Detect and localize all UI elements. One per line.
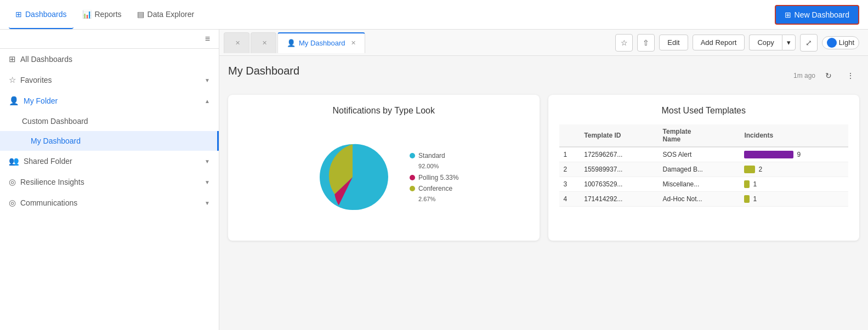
cell-incidents: 1 [740,177,848,192]
sidebar-collapse-icon[interactable]: ≡ [205,34,210,44]
table-row: 4 171414292... Ad-Hoc Not... 1 [559,192,849,207]
tab-my-dashboard-label: My Dashboard [299,39,345,47]
new-dashboard-button[interactable]: ⊞ New Dashboard [775,5,859,25]
share-button[interactable]: ⇧ [637,34,655,52]
legend-label-polling: Polling 5.33% [418,174,458,181]
pie-legend: Standard 92.00% Polling 5.33% Conference [410,152,458,202]
col-template-name: TemplateName [659,124,740,147]
legend-item-conference: Conference [410,185,458,192]
cell-num: 3 [559,177,580,192]
refresh-icon: ↻ [825,71,832,80]
pie-container: Standard 92.00% Polling 5.33% Conference [239,124,529,230]
dashboards-icon: ⊞ [15,10,22,19]
copy-button[interactable]: Copy [749,35,781,50]
copy-label: Copy [757,38,774,47]
expand-button[interactable]: ⤢ [800,34,818,52]
legend-dot-standard [410,153,415,158]
communications-icon: ◎ [9,198,16,208]
sidebar-item-favorites[interactable]: ☆ Favorites ▼ [0,70,219,90]
widget-grid: Notifications by Type Look [228,95,859,241]
col-incidents: Incidents [740,124,848,147]
nav-data-explorer[interactable]: ▤ Data Explorer [131,0,201,29]
cell-template-name: Miscellane... [659,177,740,192]
nav-dashboards[interactable]: ⊞ Dashboards [9,0,73,29]
sidebar-item-favorites-label: Favorites [20,76,52,84]
sidebar-item-all-dashboards[interactable]: ⊞ All Dashboards [0,49,219,70]
resilience-insights-chevron: ▼ [205,179,210,185]
reports-icon: 📊 [82,10,92,19]
edit-label: Edit [667,38,679,47]
cell-template-name: Ad-Hoc Not... [659,192,740,207]
sidebar-item-custom-dashboard[interactable]: Custom Dashboard [0,111,219,131]
dashboard-header-row: My Dashboard 1m ago ↻ ⋮ [228,65,859,86]
edit-button[interactable]: Edit [659,35,688,50]
tab-close-3[interactable]: ✕ [351,39,356,47]
cell-template-name: Damaged B... [659,162,740,177]
meta-time: 1m ago [793,72,815,79]
table-row: 1 172596267... SOS Alert 9 [559,147,849,162]
cell-template-id: 172596267... [580,147,658,162]
new-dashboard-label: New Dashboard [795,10,849,19]
legend-percent-conference: 2.67% [410,196,458,202]
copy-chevron-button[interactable]: ▾ [782,35,796,50]
sidebar-item-communications[interactable]: ◎ Communications ▼ [0,192,219,213]
sidebar-item-my-folder[interactable]: 👤 My Folder ▲ [0,90,219,111]
cell-incidents: 1 [740,192,848,207]
cell-template-name: SOS Alert [659,147,740,162]
legend-dot-polling [410,175,415,180]
sidebar-item-resilience-insights[interactable]: ◎ Resilience Insights ▼ [0,172,219,192]
nav-dashboards-label: Dashboards [25,10,67,19]
tab-close-2[interactable]: ✕ [262,39,267,47]
add-report-button[interactable]: Add Report [693,35,745,50]
sidebar: ≡ ⊞ All Dashboards ☆ Favorites ▼ 👤 My Fo… [0,30,219,330]
more-icon: ⋮ [847,71,854,80]
pie-chart-title: Notifications by Type Look [239,106,529,116]
share-icon: ⇧ [643,38,649,47]
my-folder-chevron: ▲ [205,98,210,104]
chevron-down-icon: ▾ [787,38,791,47]
nav-reports[interactable]: 📊 Reports [76,0,128,29]
add-report-label: Add Report [701,38,737,47]
refresh-button[interactable]: ↻ [820,67,837,84]
tab-my-dashboard[interactable]: 👤 My Dashboard ✕ [277,32,365,53]
cell-template-id: 100763529... [580,177,658,192]
legend-dot-conference [410,186,415,191]
dashboard-body: My Dashboard 1m ago ↻ ⋮ Notifications by… [219,56,868,330]
sidebar-item-my-dashboard[interactable]: My Dashboard [0,131,219,151]
cell-incidents: 2 [740,162,848,177]
plus-icon: ⊞ [785,10,791,19]
sidebar-item-communications-label: Communications [20,198,77,207]
legend-item-standard: Standard [410,152,458,160]
sidebar-item-all-dashboards-label: All Dashboards [20,55,72,64]
shared-folder-icon: 👥 [9,156,19,166]
col-num [559,124,580,147]
sidebar-item-shared-folder[interactable]: 👥 Shared Folder ▼ [0,151,219,172]
all-dashboards-icon: ⊞ [9,54,16,64]
legend-percent-standard: 92.00% [410,163,458,169]
favorites-icon: ☆ [9,75,16,85]
dashboard-meta: 1m ago ↻ ⋮ [793,67,859,84]
light-toggle[interactable]: Light [822,36,859,49]
legend-label-conference: Conference [418,185,452,192]
cell-incidents: 9 [740,147,848,162]
main-layout: ≡ ⊞ All Dashboards ☆ Favorites ▼ 👤 My Fo… [0,30,868,330]
tab-1[interactable]: ✕ [224,32,249,53]
table-widget-title: Most Used Templates [559,106,849,116]
dashboard-title: My Dashboard [228,65,299,77]
star-button[interactable]: ☆ [615,34,633,52]
nav-reports-label: Reports [95,10,122,19]
more-options-button[interactable]: ⋮ [842,67,859,84]
my-folder-icon: 👤 [9,96,19,106]
table-widget: Most Used Templates Template ID Template… [548,95,860,241]
cell-template-id: 155989937... [580,162,658,177]
templates-table: Template ID TemplateName Incidents 1 172… [559,124,849,207]
data-explorer-icon: ▤ [137,10,144,19]
star-icon: ☆ [621,38,628,47]
legend-label-standard: Standard [418,152,445,160]
cell-num: 1 [559,147,580,162]
tab-2[interactable]: ✕ [251,32,276,53]
table-row: 2 155989937... Damaged B... 2 [559,162,849,177]
sidebar-item-my-dashboard-label: My Dashboard [31,136,81,145]
toggle-knob [827,38,837,48]
tab-close-1[interactable]: ✕ [235,39,240,47]
